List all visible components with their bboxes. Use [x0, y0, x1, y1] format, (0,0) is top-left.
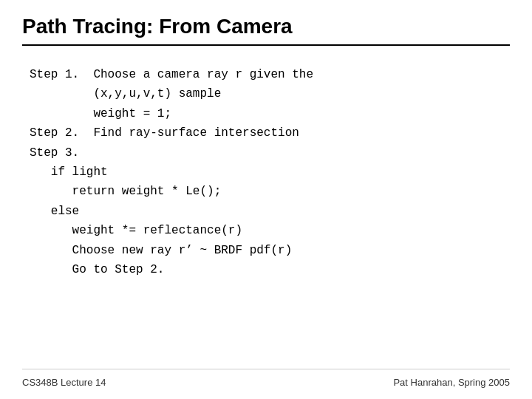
title-section: Path Tracing: From Camera [22, 15, 510, 58]
code-line-9: return weight * Le(); [30, 182, 510, 201]
code-line-1: (x,y,u,v,t) sample [30, 84, 510, 103]
code-line-5: Step 2. Find ray-surface intersection [30, 123, 510, 143]
code-line-3: weight = 1; [30, 104, 510, 123]
footer-left: CS348B Lecture 14 [22, 377, 106, 388]
code-line-11: else [30, 202, 510, 221]
code-line-14: Go to Step 2. [30, 260, 510, 279]
footer-right: Pat Hanrahan, Spring 2005 [393, 377, 510, 388]
title-divider [22, 44, 510, 46]
slide-footer: CS348B Lecture 14 Pat Hanrahan, Spring 2… [22, 369, 510, 388]
slide-title: Path Tracing: From Camera [22, 15, 510, 38]
code-line-13: Choose new ray r’ ~ BRDF pdf(r) [30, 241, 510, 260]
code-line-7: Step 3. [30, 143, 510, 163]
slide-container: Path Tracing: From Camera Step 1. Choose… [0, 0, 532, 399]
content-area: Step 1. Choose a camera ray r given the … [22, 65, 510, 369]
code-line-8: if light [30, 163, 510, 182]
code-line-12: weight *= reflectance(r) [30, 221, 510, 240]
code-line-0: Step 1. Choose a camera ray r given the [30, 65, 510, 84]
